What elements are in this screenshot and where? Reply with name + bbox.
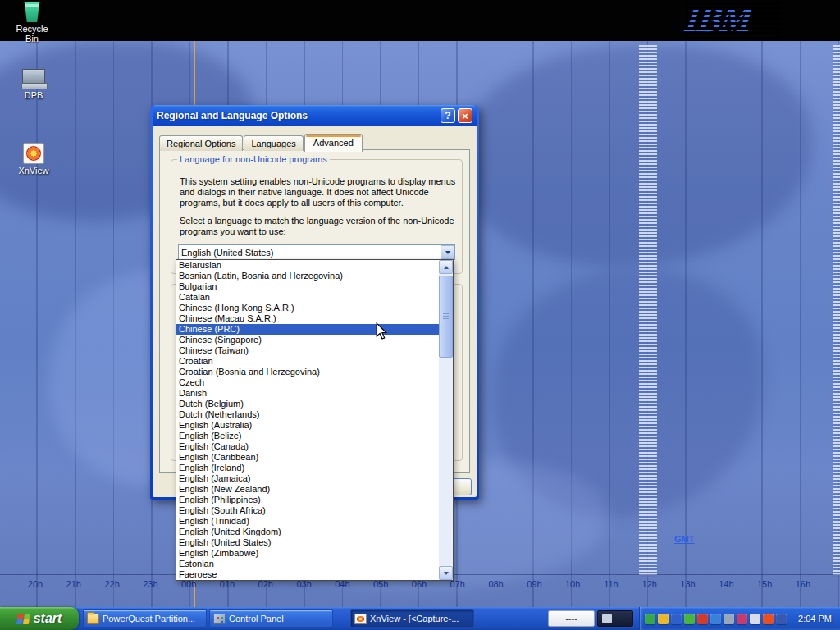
dropdown-item[interactable]: Dutch (Belgium) <box>176 399 439 409</box>
dropdown-item[interactable]: English (Trinidad) <box>176 516 439 527</box>
timezone-label: 23h <box>138 579 162 589</box>
dropdown-item[interactable]: Chinese (Taiwan) <box>176 345 439 356</box>
tray-icon-9[interactable] <box>750 614 760 624</box>
tray-icon-5[interactable] <box>697 614 708 624</box>
tray-icon-2[interactable] <box>658 614 669 624</box>
timezone-label: 22h <box>100 579 125 589</box>
timezone-label: 13h <box>676 579 701 589</box>
desktop-icon-dpb[interactable]: DPB <box>10 69 57 100</box>
dropdown-item[interactable]: English (New Zealand) <box>176 484 439 495</box>
top-banner: Recycle Bin IBM <box>0 0 840 41</box>
dropdown-item[interactable]: Faeroese <box>176 569 439 580</box>
ibm-logo: IBM <box>686 0 781 39</box>
tab[interactable]: Advanced <box>304 134 363 152</box>
dropdown-item[interactable]: Belarusian <box>176 260 439 271</box>
tray-icon-1[interactable] <box>645 614 655 624</box>
dropdown-item[interactable]: English (United States) <box>176 537 439 548</box>
taskbar-button-label: Control Panel <box>229 614 284 623</box>
dropdown-item[interactable]: Bulgarian <box>176 281 439 292</box>
scroll-down-button[interactable] <box>439 566 453 580</box>
desktop-icon-recycle-bin[interactable]: Recycle Bin <box>8 2 56 43</box>
tab[interactable]: Languages <box>244 135 303 151</box>
dropdown-item[interactable]: English (Ireland) <box>176 463 439 473</box>
taskbar: start PowerQuest Partition... Control Pa… <box>0 607 840 630</box>
tab[interactable]: Regional Options <box>159 135 243 151</box>
dropdown-item[interactable]: Chinese (Macau S.A.R.) <box>176 313 439 324</box>
tray-icon-3[interactable] <box>671 614 682 624</box>
taskbar-window-button[interactable]: PowerQuest Partition... <box>83 609 207 628</box>
dropdown-item[interactable]: Dutch (Netherlands) <box>176 409 439 420</box>
dropdown-item[interactable]: English (Jamaica) <box>176 473 439 484</box>
desktop: 20h21h22h23h00h01h02h03h04h05h06h07h08h0… <box>0 0 840 630</box>
dropdown-scrollbar[interactable] <box>439 260 453 580</box>
desktop-icon-label: DPB <box>10 90 57 100</box>
help-button[interactable]: ? <box>441 108 455 123</box>
dropdown-items: BelarusianBosnian (Latin, Bosnia and Her… <box>176 260 439 580</box>
dropdown-item[interactable]: Croatian (Bosnia and Herzegovina) <box>176 367 439 377</box>
dropdown-item[interactable]: Danish <box>176 388 439 399</box>
xnview-icon <box>23 143 44 164</box>
arrow-up-icon <box>444 266 449 269</box>
combobox-value: English (United States) <box>179 248 441 258</box>
dropdown-item[interactable]: English (Canada) <box>176 441 439 452</box>
dropdown-item[interactable]: English (Zimbabwe) <box>176 548 439 559</box>
hatched-band <box>833 45 840 577</box>
dropdown-item[interactable]: Chinese (PRC) <box>176 324 439 335</box>
windows-flag-icon <box>16 614 30 624</box>
timezone-label: 12h <box>637 579 662 589</box>
group-language-non-unicode: Language for non-Unicode programs This s… <box>171 159 463 274</box>
dropdown-item[interactable]: Catalan <box>176 292 439 303</box>
close-button[interactable]: × <box>458 108 472 123</box>
system-tray: 2:04 PM <box>639 607 840 630</box>
dropdown-item[interactable]: Chinese (Hong Kong S.A.R.) <box>176 303 439 313</box>
scroll-up-button[interactable] <box>439 260 453 274</box>
taskbar-segment-dark[interactable] <box>597 610 633 627</box>
timezone-label: 20h <box>23 579 48 589</box>
tray-icon-8[interactable] <box>737 614 747 624</box>
timezone-label: 16h <box>791 579 815 589</box>
tray-icon-6[interactable] <box>710 614 721 624</box>
dropdown-item[interactable]: English (United Kingdom) <box>176 527 439 537</box>
timezone-label: 08h <box>484 579 509 589</box>
dialog-tabs: Regional OptionsLanguagesAdvanced <box>159 134 363 151</box>
dropdown-item[interactable]: English (Philippines) <box>176 495 439 505</box>
language-combobox[interactable]: English (United States) <box>178 244 455 260</box>
taskbar-buttons: PowerQuest Partition... Control Panel Xn… <box>83 609 477 628</box>
desktop-icon-label: XnView <box>10 166 57 176</box>
dropdown-item[interactable]: Estonian <box>176 559 439 569</box>
description-text: This system setting enables non-Unicode … <box>180 176 456 208</box>
start-button[interactable]: start <box>0 607 79 630</box>
dropdown-item[interactable]: English (Belize) <box>176 431 439 441</box>
control-panel-icon <box>213 614 226 624</box>
ibm-logo-stripes <box>686 0 781 39</box>
dropdown-item[interactable]: Bosnian (Latin, Bosnia and Herzegovina) <box>176 271 439 281</box>
tray-icon-7[interactable] <box>724 614 734 624</box>
tray-icon-10[interactable] <box>763 614 774 624</box>
taskbar-window-button[interactable]: Control Panel <box>209 609 333 628</box>
tray-icon-4[interactable] <box>684 614 695 624</box>
recycle-bin-icon <box>23 2 41 22</box>
dropdown-item[interactable]: Czech <box>176 377 439 388</box>
dropdown-item[interactable]: Croatian <box>176 356 439 367</box>
taskbar-clock[interactable]: 2:04 PM <box>798 614 832 623</box>
timezone-label: 21h <box>62 579 86 589</box>
instruction-text: Select a language to match the language … <box>180 216 456 237</box>
desktop-icon-label: Recycle Bin <box>8 24 56 43</box>
taskbar-button-label: PowerQuest Partition... <box>103 614 195 623</box>
combobox-dropdown-button[interactable] <box>441 245 454 259</box>
dropdown-item[interactable]: English (Caribbean) <box>176 452 439 463</box>
taskbar-segment-light[interactable]: ---- <box>548 610 595 627</box>
language-dropdown-list: BelarusianBosnian (Latin, Bosnia and Her… <box>176 259 454 581</box>
timezone-label: 11h <box>599 579 623 589</box>
dropdown-item[interactable]: English (Australia) <box>176 420 439 431</box>
start-label: start <box>34 611 62 626</box>
scrollbar-thumb[interactable] <box>439 276 453 358</box>
dialog-titlebar[interactable]: Regional and Language Options ? × <box>153 105 477 126</box>
hatched-band <box>639 45 657 577</box>
desktop-icon-xnview[interactable]: XnView <box>10 143 57 176</box>
folder-icon <box>87 614 99 624</box>
taskbar-window-button[interactable]: XnView - [<Capture-... <box>350 609 474 628</box>
dropdown-item[interactable]: English (South Africa) <box>176 505 439 516</box>
tray-icon-11[interactable] <box>776 614 787 624</box>
dropdown-item[interactable]: Chinese (Singapore) <box>176 335 439 345</box>
